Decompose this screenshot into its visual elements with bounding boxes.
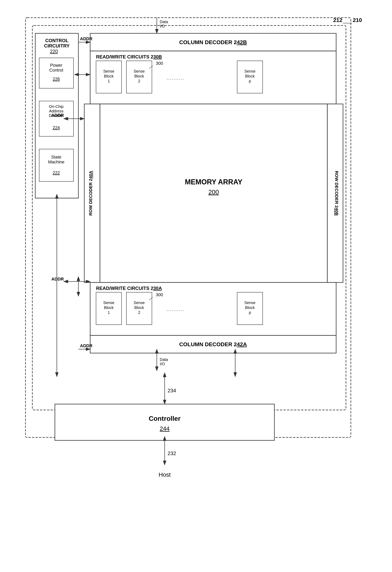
svg-rect-51 bbox=[96, 292, 121, 325]
svg-text:ADDR: ADDR bbox=[80, 343, 92, 348]
svg-text:Sense: Sense bbox=[134, 69, 145, 73]
svg-text:ROW DECODER 240A: ROW DECODER 240A bbox=[88, 171, 93, 216]
svg-rect-7 bbox=[35, 33, 78, 198]
svg-text:Data: Data bbox=[160, 20, 168, 24]
svg-text:Controller: Controller bbox=[149, 415, 181, 422]
svg-text:300: 300 bbox=[156, 292, 163, 297]
svg-text:2: 2 bbox=[138, 310, 140, 315]
svg-rect-4 bbox=[26, 18, 351, 437]
svg-text:I/O: I/O bbox=[160, 24, 165, 28]
svg-text:..........: .......... bbox=[166, 76, 184, 80]
svg-text:Data: Data bbox=[160, 357, 168, 362]
svg-text:State: State bbox=[51, 155, 61, 159]
svg-text:On-Chip: On-Chip bbox=[49, 104, 63, 109]
svg-rect-47 bbox=[327, 104, 343, 283]
svg-text:Host: Host bbox=[159, 471, 171, 478]
svg-rect-55 bbox=[126, 292, 152, 325]
svg-text:Sense: Sense bbox=[244, 301, 256, 305]
svg-text:224: 224 bbox=[53, 125, 60, 130]
svg-rect-25 bbox=[90, 51, 336, 104]
svg-text:Decoder: Decoder bbox=[49, 113, 64, 118]
svg-rect-49 bbox=[90, 283, 336, 335]
svg-line-60 bbox=[149, 297, 153, 300]
svg-text:READ/WRITE CIRCUITS 230B: READ/WRITE CIRCUITS 230B bbox=[96, 54, 162, 59]
svg-rect-62 bbox=[237, 292, 263, 325]
svg-rect-14 bbox=[39, 101, 74, 136]
svg-text:Sense: Sense bbox=[134, 301, 145, 305]
control-circuitry-title: CONTROL bbox=[45, 38, 69, 43]
svg-text:Block: Block bbox=[245, 305, 255, 310]
svg-rect-42 bbox=[84, 104, 100, 283]
svg-text:COLUMN DECODER 242B: COLUMN DECODER 242B bbox=[179, 39, 247, 45]
label-212: 212 bbox=[333, 17, 342, 23]
svg-text:p: p bbox=[249, 79, 251, 83]
svg-text:244: 244 bbox=[160, 425, 169, 432]
svg-text:Block: Block bbox=[104, 74, 114, 78]
svg-text:1: 1 bbox=[108, 79, 110, 83]
svg-text:READ/WRITE CIRCUITS 230A: READ/WRITE CIRCUITS 230A bbox=[96, 286, 162, 291]
svg-rect-86 bbox=[55, 404, 274, 440]
svg-text:200: 200 bbox=[208, 189, 219, 196]
svg-text:ADDR: ADDR bbox=[80, 36, 92, 41]
svg-text:Block: Block bbox=[135, 305, 144, 310]
svg-rect-19 bbox=[39, 149, 74, 181]
svg-text:COLUMN DECODER 242A: COLUMN DECODER 242A bbox=[179, 341, 247, 347]
svg-text:226: 226 bbox=[53, 77, 60, 81]
svg-text:CIRCUITRY: CIRCUITRY bbox=[44, 43, 70, 48]
svg-text:Block: Block bbox=[104, 305, 114, 310]
svg-text:Sense: Sense bbox=[103, 301, 114, 305]
svg-text:2: 2 bbox=[138, 79, 140, 83]
svg-text:220: 220 bbox=[50, 49, 58, 54]
svg-text:Power: Power bbox=[50, 63, 62, 68]
svg-rect-66 bbox=[90, 335, 336, 353]
diagram-container: 210 212 CONTROL CIRCUITRY 220 Power Cont… bbox=[20, 8, 372, 561]
svg-line-36 bbox=[149, 66, 153, 69]
label-210: 210 bbox=[353, 17, 362, 23]
svg-rect-44 bbox=[100, 104, 327, 283]
svg-text:Sense: Sense bbox=[103, 69, 114, 73]
svg-rect-27 bbox=[96, 61, 121, 93]
svg-text:300: 300 bbox=[156, 61, 163, 66]
svg-text:ADDR: ADDR bbox=[51, 277, 64, 282]
svg-text:1: 1 bbox=[108, 310, 110, 315]
svg-text:Address: Address bbox=[49, 109, 63, 113]
svg-text:Block: Block bbox=[245, 74, 255, 78]
svg-text:p: p bbox=[249, 310, 251, 315]
svg-text:..........: .......... bbox=[166, 307, 184, 312]
svg-rect-23 bbox=[90, 33, 336, 51]
svg-rect-31 bbox=[126, 61, 152, 93]
svg-rect-5 bbox=[32, 26, 346, 410]
svg-text:I/O: I/O bbox=[160, 362, 165, 366]
svg-text:Block: Block bbox=[135, 74, 144, 78]
svg-text:ROW DECODER 240B: ROW DECODER 240B bbox=[334, 171, 339, 216]
svg-text:Control: Control bbox=[49, 68, 63, 73]
svg-text:Sense: Sense bbox=[244, 69, 256, 73]
svg-text:ADDR: ADDR bbox=[51, 113, 64, 118]
svg-text:232: 232 bbox=[167, 450, 176, 456]
svg-rect-10 bbox=[39, 58, 74, 88]
svg-text:MEMORY ARRAY: MEMORY ARRAY bbox=[185, 178, 242, 186]
svg-rect-38 bbox=[237, 61, 263, 93]
svg-text:234: 234 bbox=[167, 388, 176, 394]
svg-text:Machine: Machine bbox=[48, 159, 64, 164]
svg-text:222: 222 bbox=[53, 170, 60, 175]
